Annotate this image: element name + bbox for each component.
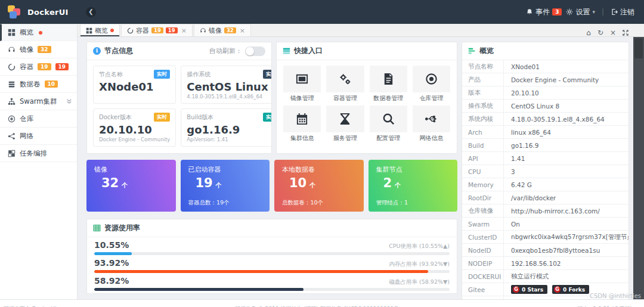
logout-button[interactable]: 注销 [611, 7, 634, 17]
window-icon [295, 72, 309, 86]
quick-item-configs[interactable]: 配置管理 [370, 106, 407, 142]
auto-refresh-toggle[interactable] [245, 46, 265, 56]
tab-label: 概览 [95, 26, 108, 35]
resource-usage-header: 资源使用率 [87, 219, 457, 237]
quick-item-label: 网络信息 [413, 134, 450, 142]
overview-panel: 概览 节点名称XNode01 产品Docker Engine - Communi… [462, 42, 629, 299]
tab-tools: ⌂ ↻ × [586, 29, 644, 36]
document-icon [382, 72, 395, 86]
tab-overview[interactable]: 概览 [80, 24, 120, 36]
sidebar-item-overview[interactable]: 概览 [0, 24, 77, 41]
sitemap-icon [8, 98, 16, 106]
sidebar-item-network[interactable]: 网络 [0, 128, 77, 145]
sidebar-item-containers[interactable]: 容器 19 19 [0, 58, 77, 76]
table-row: API1.41 [462, 152, 628, 165]
stat-card-cluster-nodes[interactable]: 集群节点 2个 管理结点：1 [369, 160, 458, 212]
table-row: Buildgo1.16.9 [462, 139, 628, 152]
sidebar-item-tasks[interactable]: 任务编排 [0, 145, 77, 162]
table-row: 仓库镜像http://hub-mirror.c.163.com/ [462, 204, 628, 218]
tab-active-dot [110, 29, 114, 32]
squares-icon [8, 150, 16, 157]
realtime-badge: 实时 [263, 113, 272, 122]
logout-icon [611, 8, 618, 15]
scrollbar-thumb[interactable] [634, 38, 643, 58]
stat-value: 19 [196, 176, 213, 190]
home-icon[interactable]: ⌂ [586, 29, 591, 36]
quick-item-volumes[interactable]: 数据卷管理 [370, 66, 407, 103]
gitee-icon: G [513, 286, 519, 293]
tab-bar: 概览 容器 19 19 × 镜像 32 × ⌂ ↻ × [78, 24, 644, 37]
sidebar-item-label: 仓库 [20, 114, 33, 123]
gitee-stars-badge[interactable]: G0 Stars [511, 285, 547, 294]
tab-badge: 32 [224, 27, 236, 34]
sidebar-item-volumes[interactable]: 数据卷 10 [0, 76, 77, 93]
left-column: i 节点信息 自动刷新： 节点名称实时 XNode01 [86, 42, 457, 299]
containers-running-badge: 19 [38, 63, 51, 70]
tab-close-icon[interactable]: × [181, 27, 187, 34]
topbar: DockerUI ❮ 事件 3 设置 ▾ | 注销 [0, 0, 644, 24]
scrollbar-track[interactable] [633, 37, 644, 299]
realtime-badge: 实时 [263, 70, 272, 79]
stat-title: 集群节点 [376, 165, 450, 174]
stat-card-volumes[interactable]: 本地数据卷 10个 总数据卷：10个 [274, 160, 364, 212]
stat-title: 镜像 [94, 165, 168, 174]
realtime-badge: 实时 [154, 113, 170, 122]
quick-item-cluster[interactable]: 集群信息 [283, 106, 321, 142]
tab-containers[interactable]: 容器 19 19 × [121, 24, 193, 36]
fullscreen-icon[interactable] [623, 30, 628, 36]
registry-mirror-link[interactable]: http://hub-mirror.c.163.com/ [504, 204, 600, 217]
table-row: Memory6.42 G [462, 178, 628, 191]
sidebar-item-images[interactable]: 镜像 32 [0, 41, 77, 58]
sidebar-item-registry[interactable]: 仓库 [0, 110, 77, 128]
stat-sub: 管理结点：1 [376, 199, 408, 207]
quick-item-label: 配置管理 [370, 134, 407, 142]
disk-bar-track [94, 288, 450, 291]
card-label: Build版本 [187, 113, 213, 122]
app-logo-area[interactable]: DockerUI [0, 5, 79, 19]
disk-percent: 58.92% [94, 276, 129, 286]
settings-button[interactable]: 设置 ▾ [566, 7, 595, 17]
quick-item-services[interactable]: 服务管理 [326, 106, 364, 142]
events-button[interactable]: 事件 3 [526, 7, 562, 17]
sidebar-collapse-button[interactable]: ❮ [86, 7, 96, 17]
quick-item-images[interactable]: 镜像管理 [283, 66, 321, 103]
events-label: 事件 [535, 7, 550, 17]
stat-value: 10 [289, 176, 306, 190]
sidebar-item-swarm[interactable]: Swarm集群 [0, 93, 77, 110]
tab-badge: 19 [166, 27, 178, 34]
tab-images[interactable]: 镜像 32 × [194, 24, 251, 36]
gitee-forks-badge[interactable]: G0 Forks [552, 285, 589, 294]
quick-item-label: 集群信息 [283, 134, 321, 142]
resource-usage-panel: 资源使用率 10.55% CPU使用率 (10.55%▲) 93.92% 内存占… [86, 219, 457, 294]
close-icon[interactable]: × [610, 29, 616, 36]
tab-close-icon[interactable]: × [240, 27, 245, 34]
stat-card-images[interactable]: 镜像 32个 [86, 160, 176, 212]
chevron-down-icon: ▾ [592, 9, 595, 15]
refresh-icon[interactable]: ↻ [597, 29, 603, 36]
node-info-cards: 节点名称实时 XNode01 操作系统实时 CentOS Linux 8 4.1… [87, 60, 271, 152]
quick-item-label: 镜像管理 [283, 94, 321, 103]
dashboard-content: i 节点信息 自动刷新： 节点名称实时 XNode01 [78, 37, 633, 299]
table-row: NODEIP192.168.56.102 [462, 257, 628, 270]
stat-card-running-containers[interactable]: 已启动容器 19个 容器总数：19个 [181, 160, 270, 212]
auto-refresh-control: 自动刷新： [209, 46, 265, 56]
usb-icon [425, 112, 438, 126]
panel-title: 概览 [479, 46, 494, 56]
disk-bar-fill [94, 288, 304, 291]
memory-label: 内存占用率 (93.92%▼) [389, 261, 450, 268]
table-row: RootDir/var/lib/docker [462, 191, 628, 204]
card-sub: 4.18.0-305.19.1.el8_4.x86_64 [187, 94, 272, 100]
quick-item-networks[interactable]: 网络信息 [413, 106, 450, 142]
table-row: 节点名称XNode01 [462, 60, 628, 73]
topbar-divider: | [599, 8, 606, 16]
table-row: ClusterIDnbgwrkc0ixa4wkq57rgrsm37x[管理节点] [462, 231, 628, 244]
quick-item-containers[interactable]: 容器管理 [326, 66, 364, 103]
quick-item-registry[interactable]: 仓库管理 [413, 66, 450, 103]
calendar-icon [295, 112, 309, 126]
container-ring-icon [127, 27, 134, 34]
panel-title: 节点信息 [104, 46, 133, 56]
table-row: 版本20.10.10 [462, 86, 628, 100]
disk-usage-row: 58.92% 磁盘占用率 (58.92%▼) [87, 273, 457, 291]
dockerui-app: DockerUI ❮ 事件 3 设置 ▾ | 注销 概览 [0, 0, 644, 307]
sidebar-item-label: 容器 [20, 63, 33, 72]
